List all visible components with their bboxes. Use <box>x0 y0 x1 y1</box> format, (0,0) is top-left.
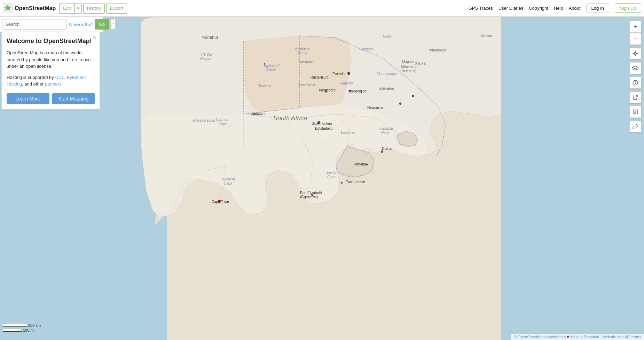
svg-rect-76 <box>633 127 635 129</box>
login-button[interactable]: Log In <box>586 3 609 13</box>
hosting-text: Hosting is supported by UCL, Bytemark Ho… <box>7 74 95 88</box>
svg-text:Cape: Cape <box>219 122 227 126</box>
info-button[interactable]: i <box>629 77 641 89</box>
info-icon: i <box>633 80 638 86</box>
svg-point-63 <box>634 52 636 55</box>
logo-icon <box>3 3 13 13</box>
signup-button[interactable]: Sign Up <box>615 3 641 13</box>
svg-text:Gaza: Gaza <box>383 34 391 38</box>
about-link[interactable]: About <box>569 6 581 11</box>
svg-text:Port Elizabeth: Port Elizabeth <box>300 191 322 195</box>
start-mapping-button[interactable]: Start Mapping <box>52 93 95 104</box>
export-button[interactable]: Export <box>106 3 127 14</box>
welcome-actions: Learn More Start Mapping <box>7 93 95 104</box>
search-bar: Where is this? Go ⇌ <box>0 17 103 32</box>
layers-button[interactable] <box>629 62 641 74</box>
svg-text:Region: Region <box>200 57 211 60</box>
svg-text:East London: East London <box>346 180 365 184</box>
scale-km: 200 km <box>3 323 41 327</box>
svg-text:Kweneng: Kweneng <box>295 47 310 50</box>
scale-mi-label: 100 mi <box>23 328 34 332</box>
scale-mi: 100 mi <box>3 328 41 332</box>
logo[interactable]: OpenStreetMap <box>3 3 56 13</box>
svg-point-8 <box>347 72 350 75</box>
gps-button[interactable] <box>629 48 641 59</box>
zoom-out-button[interactable]: − <box>629 33 641 45</box>
svg-text:North West: North West <box>298 83 315 87</box>
edit-dropdown-arrow: ▾ <box>77 6 79 11</box>
svg-point-6 <box>381 151 383 153</box>
svg-text:Cape: Cape <box>327 175 336 179</box>
welcome-description: OpenStreetMap is a map of the world, cre… <box>7 49 95 70</box>
logo-text: OpenStreetMap <box>15 5 56 11</box>
svg-text:Natal: Natal <box>381 131 390 135</box>
svg-text:Rustenburg: Rustenburg <box>311 75 329 79</box>
svg-text:Limpopo: Limpopo <box>360 47 374 51</box>
svg-text:Pretoria: Pretoria <box>332 72 345 76</box>
where-is-this-link[interactable]: Where is this? <box>69 22 93 26</box>
svg-text:Mthatha: Mthatha <box>354 162 367 166</box>
svg-text:Kgalagadi: Kgalagadi <box>264 64 280 68</box>
svg-text:Bloemfontein: Bloemfontein <box>312 122 332 126</box>
hosting-sep: , <box>64 75 66 80</box>
share-button[interactable] <box>629 91 641 103</box>
ucl-link[interactable]: UCL <box>55 75 64 80</box>
svg-text:Gauteng: Gauteng <box>339 81 353 85</box>
svg-text:Lesotho: Lesotho <box>341 130 355 135</box>
osm-copyright-link[interactable]: © OpenStreetMap contributors <box>514 335 566 339</box>
history-button[interactable]: History <box>83 3 105 14</box>
notes-icon <box>633 109 638 115</box>
svg-text:Mpumalanga: Mpumalanga <box>377 72 397 76</box>
edit-dropdown-button[interactable]: ▾ <box>74 3 82 14</box>
heart-icon: ♥ <box>567 335 569 339</box>
notes-button[interactable] <box>629 106 641 118</box>
svg-text:Eastern: Eastern <box>327 171 339 175</box>
svg-text:Durban: Durban <box>382 147 393 151</box>
svg-text:District: District <box>265 68 276 72</box>
go-button[interactable]: Go <box>95 19 109 30</box>
directions-button[interactable]: ⇌ <box>110 19 115 30</box>
svg-marker-68 <box>632 66 638 69</box>
user-diaries-link[interactable]: User Diaries <box>498 6 524 11</box>
svg-text:Klerksdorp: Klerksdorp <box>319 88 336 92</box>
svg-text:Xai-Xai: Xai-Xai <box>415 62 426 65</box>
help-link[interactable]: Help <box>554 6 563 11</box>
welcome-panel: × Welcome to OpenStreetMap! OpenStreetMa… <box>1 32 100 110</box>
edit-group: Edit ▾ History Export <box>59 3 127 14</box>
svg-point-13 <box>412 95 414 97</box>
svg-text:Mbombela: Mbombela <box>401 65 417 69</box>
svg-text:Namibia: Namibia <box>202 35 218 40</box>
right-nav: GPS Traces User Diaries Copyright Help A… <box>469 3 641 13</box>
svg-point-5 <box>341 182 343 184</box>
svg-text:(Gqeberha): (Gqeberha) <box>300 195 318 199</box>
svg-text:South Africa: South Africa <box>273 115 307 122</box>
svg-text:Gaborone: Gaborone <box>298 60 313 64</box>
zoom-in-button[interactable]: + <box>629 21 641 33</box>
directions-icon: ⇌ <box>111 22 115 27</box>
svg-text:Serowe: Serowe <box>480 34 492 38</box>
website-api-link[interactable]: Website and API terms <box>602 335 641 339</box>
hosting-suffix: , and other <box>22 81 45 87</box>
learn-more-button[interactable]: Learn More <box>7 93 49 104</box>
scale-mi-line <box>3 329 22 332</box>
svg-text:Botshabelo: Botshabelo <box>315 127 332 130</box>
search-input[interactable] <box>2 19 67 30</box>
query-control <box>629 121 641 132</box>
edit-button[interactable]: Edit <box>59 3 74 14</box>
svg-text:(Nelspruit): (Nelspruit) <box>400 69 416 73</box>
svg-point-12 <box>399 103 401 105</box>
svg-text:Tsabong: Tsabong <box>258 84 272 88</box>
donate-link[interactable]: Make a Donation <box>570 335 599 339</box>
scale-km-line <box>3 324 27 327</box>
close-welcome-button[interactable]: × <box>93 35 96 41</box>
svg-text:Vereeniging: Vereeniging <box>348 89 367 93</box>
svg-point-75 <box>636 129 636 129</box>
query-button[interactable] <box>629 121 641 132</box>
gps-icon <box>633 51 638 56</box>
gps-traces-link[interactable]: GPS Traces <box>469 6 493 11</box>
share-icon <box>633 95 638 100</box>
hosting-end: . <box>62 81 63 87</box>
welcome-title: Welcome to OpenStreetMap! <box>7 37 95 45</box>
copyright-link[interactable]: Copyright <box>529 6 548 11</box>
partners-link[interactable]: partners <box>45 81 62 87</box>
